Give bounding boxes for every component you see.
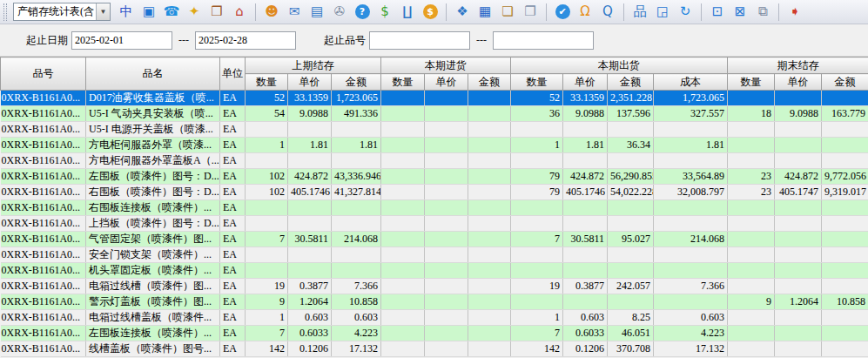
- pushpin-icon[interactable]: ✇: [329, 3, 350, 22]
- table-row[interactable]: 0XRX-B1161A0...左围板连接板（喷漆件）...EA70.60334.…: [1, 326, 868, 341]
- cell-value: 491.336: [332, 106, 381, 122]
- table-row[interactable]: 0XRX-B1161A0...警示灯盖板（喷漆件）图...EA91.206410…: [1, 294, 868, 310]
- cell-value: 36: [511, 106, 563, 122]
- help-icon[interactable]: ?: [352, 3, 373, 22]
- calculator-icon[interactable]: ▦: [474, 3, 495, 22]
- cell-value: [608, 216, 654, 232]
- item-to-input[interactable]: [493, 31, 594, 50]
- cell-value: [468, 310, 511, 326]
- phone-contact-icon[interactable]: ☎: [161, 3, 182, 22]
- cell-item-name: 右围板连接板（喷漆件）...: [86, 200, 220, 216]
- computer-icon[interactable]: ▣: [138, 3, 159, 22]
- table-row[interactable]: 0XRX-B1161A0...上挡板（喷漆件）图号：D...EA: [1, 216, 868, 232]
- monitor-search-icon: ◲: [656, 5, 669, 18]
- table-row[interactable]: 0XRX-B1161A0...U5-I 气动夹具安装板（喷...EA549.09…: [1, 106, 868, 122]
- cell-value: 1.81: [654, 138, 728, 153]
- cell-value: [381, 247, 425, 263]
- exit-icon[interactable]: ➧: [784, 3, 805, 22]
- cell-value: 7: [246, 232, 288, 247]
- table-row[interactable]: 0XRX-B1161A0...方电柜伺服器外罩盖板A（...EA: [1, 153, 868, 169]
- table-row[interactable]: 0XRX-B1161A0...右围板（喷漆件）图号：D...EA102405.1…: [1, 185, 868, 200]
- refresh-icon[interactable]: ↻: [675, 3, 696, 22]
- date-from-input[interactable]: [71, 31, 172, 50]
- cardfile-icon[interactable]: ▤: [306, 3, 327, 22]
- table-row[interactable]: 0XRX-B1161A0...D017油雾收集器盖板（喷...EA5233.13…: [1, 91, 868, 106]
- home-icon[interactable]: ⌂: [229, 3, 250, 22]
- cell-value: 0.603: [654, 310, 728, 326]
- approve-check-icon[interactable]: ✔: [552, 3, 573, 22]
- copy-pages-icon[interactable]: ❐: [520, 3, 541, 22]
- cell-value: [468, 185, 511, 200]
- home-icon: ⌂: [235, 5, 244, 18]
- cell-unit: EA: [220, 122, 246, 138]
- group-header-end-balance: 期末结存: [728, 57, 868, 74]
- cell-value: [563, 153, 608, 169]
- group-header-shipments: 本期出货: [511, 57, 728, 74]
- cell-value: [563, 263, 608, 279]
- table-row[interactable]: 0XRX-B1161A0...右围板连接板（喷漆件）...EA: [1, 200, 868, 216]
- table-row[interactable]: 0XRX-B1161A0...U5-I 电源开关盖板（喷漆...EA: [1, 122, 868, 138]
- cell-item-no: 0XRX-B1161A0...: [1, 122, 86, 138]
- cascade-windows-icon[interactable]: ⧉: [752, 3, 773, 22]
- table-row[interactable]: 0XRX-B1161A0...电箱过线槽盖板（喷漆件...EA10.6030.6…: [1, 310, 868, 326]
- cell-value: 9.0988: [288, 106, 332, 122]
- alert-bell-icon[interactable]: Ω: [575, 3, 595, 22]
- lock-key-icon[interactable]: ✦: [184, 3, 205, 22]
- document-search-icon[interactable]: Q: [597, 3, 618, 22]
- monitor-search-icon[interactable]: ◲: [652, 3, 673, 22]
- cell-value: 23: [728, 169, 775, 185]
- briefcase-icon[interactable]: ❒: [206, 3, 227, 22]
- item-from-input[interactable]: [369, 31, 470, 50]
- cell-value: [822, 122, 868, 138]
- cell-value: [822, 326, 868, 341]
- table-row[interactable]: 0XRX-B1161A0...气管固定架（喷漆件）图...EA730.58112…: [1, 232, 868, 247]
- close-window-icon[interactable]: ⊠: [730, 3, 750, 22]
- cell-item-no: 0XRX-B1161A0...: [1, 232, 86, 247]
- table-row[interactable]: 0XRX-B1161A0...安全门锁支架（喷漆件）...EA: [1, 247, 868, 263]
- money-icon[interactable]: $: [374, 3, 395, 22]
- table-row[interactable]: 0XRX-B1161A0...电箱过线槽（喷漆件）图...EA190.38777…: [1, 279, 868, 294]
- cell-value: [775, 326, 822, 341]
- col-header-qty: 数量: [511, 74, 563, 91]
- cell-value: 0.1206: [563, 341, 608, 357]
- date-to-input[interactable]: [195, 31, 296, 50]
- users-icon[interactable]: ☻: [261, 3, 282, 22]
- cell-item-no: 0XRX-B1161A0...: [1, 185, 86, 200]
- cell-value: 52: [511, 91, 563, 106]
- language-sync-icon[interactable]: 中: [116, 3, 137, 22]
- date-range-label: 起止日期: [26, 33, 68, 48]
- cell-value: 41,327.814: [332, 185, 381, 200]
- drawer-icon[interactable]: ❏: [497, 3, 518, 22]
- cell-value: [246, 122, 288, 138]
- table-row[interactable]: 0XRX-B1161A0...机头罩固定板（喷漆件）...EA: [1, 263, 868, 279]
- cell-value: [381, 169, 425, 185]
- cell-unit: EA: [220, 341, 246, 357]
- report-refresh-icon: ❖: [456, 5, 468, 18]
- cell-value: [468, 122, 511, 138]
- cell-value: [775, 279, 822, 294]
- cell-item-no: 0XRX-B1161A0...: [1, 279, 86, 294]
- cell-value: [822, 91, 868, 106]
- cell-item-no: 0XRX-B1161A0...: [1, 263, 86, 279]
- cell-value: 54,022.228: [608, 185, 654, 200]
- cell-value: 1.81: [288, 138, 332, 153]
- report-refresh-icon[interactable]: ❖: [452, 3, 473, 22]
- cell-value: [246, 216, 288, 232]
- window-icon[interactable]: ⊡: [707, 3, 728, 22]
- cell-value: 424.872: [563, 169, 608, 185]
- customer-money-icon[interactable]: $: [420, 3, 441, 22]
- cell-value: 0.603: [332, 310, 381, 326]
- table-row[interactable]: 0XRX-B1161A0...左围板（喷漆件）图号：D...EA102424.8…: [1, 169, 868, 185]
- toolbar-grip[interactable]: [3, 3, 7, 21]
- help-icon: ?: [355, 4, 370, 19]
- cart-icon[interactable]: ∐: [397, 3, 418, 22]
- mail-icon[interactable]: ✉: [284, 3, 305, 22]
- chevron-down-icon[interactable]: ▼: [96, 3, 110, 20]
- table-row[interactable]: 0XRX-B1161A0...线槽盖板（喷漆件）图号...EA1420.1206…: [1, 341, 868, 357]
- cell-value: [425, 153, 468, 169]
- report-type-select[interactable]: 产销存统计表(含 ▼: [13, 3, 111, 21]
- table-row[interactable]: 0XRX-B1161A0...方电柜伺服器外罩（喷漆...EA11.811.81…: [1, 138, 868, 153]
- cell-item-name: U5-I 气动夹具安装板（喷...: [86, 106, 220, 122]
- org-chart-icon[interactable]: 品: [629, 3, 650, 22]
- cell-value: [728, 247, 775, 263]
